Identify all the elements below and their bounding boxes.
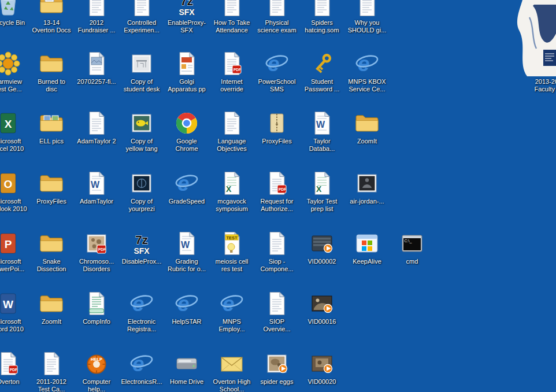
desktop-icon-taylor-databa[interactable]: WTaylorDataba...: [299, 110, 344, 153]
desktop-icon-20702257-fi[interactable]: 20702257-fi...: [74, 51, 119, 86]
icon-label: Chromoso...Disorders: [79, 258, 114, 273]
desktop-icon-2013-2014-faculty-s[interactable]: 2013-2014Faculty S...: [528, 51, 556, 93]
desktop-icon-request-for-authorize[interactable]: PDFRequest forAuthorize...: [254, 171, 299, 213]
desktop-icon-disableprox[interactable]: 7zSFXDisableProx...: [119, 231, 164, 265]
desktop-icon-taylor-test-prep-list[interactable]: XTaylor Testprep list: [299, 171, 344, 213]
doc-icon: [39, 351, 64, 376]
desktop-icon-home-drive[interactable]: Home Drive: [164, 351, 209, 386]
desktop-icon-farmview-test-ge[interactable]: FarmviewTest Ge...: [0, 51, 31, 93]
desktop-icon-copy-of-yellow-tang[interactable]: Copy ofyellow tang: [119, 110, 164, 153]
icon-label: LanguageObjectives: [217, 138, 246, 153]
desktop-icon-grading-rubric-for-o[interactable]: WGradingRubric for o...: [164, 231, 209, 273]
icon-label: Siop -Compone...: [261, 258, 294, 273]
desktop-icon-powerschool-sms[interactable]: ePowerSchoolSMS: [254, 51, 299, 93]
icon-label: VID00016: [308, 318, 336, 326]
desktop-icon-cmd[interactable]: C:\_cmd: [390, 231, 435, 265]
desktop-icon-spiders-hatcing-som[interactable]: Spidershatcing.som: [299, 0, 344, 34]
desktop-icon-overton-high-school[interactable]: Overton HighSchool...: [209, 351, 254, 392]
icon-label: ControlledExperimen...: [124, 19, 160, 34]
video-photo-icon: [309, 291, 335, 316]
desktop: Recycle Bin13-14Overton Docs2012Fundrais…: [0, 0, 556, 392]
desktop-icon-copy-of-student-desk[interactable]: Copy ofstudent desk: [119, 51, 164, 93]
desktop-icon-microsoft-outlook-2010[interactable]: OMicrosoftOutlook 2010: [0, 171, 31, 213]
desktop-icon-mcgavock-symposium[interactable]: Xmcgavocksymposium: [209, 171, 254, 213]
img-sepia-pdf-icon: PDF: [84, 231, 109, 256]
desktop-icon-13-14-overton-docs[interactable]: 13-14Overton Docs: [29, 0, 74, 34]
icon-label: Overton: [0, 378, 20, 386]
script-icon: [84, 291, 109, 316]
desktop-icon-microsoft-excel-2010[interactable]: XMicrosoftExcel 2010: [0, 110, 31, 153]
desktop-icon-how-to-take-attendance[interactable]: How To TakeAttendance: [209, 0, 254, 34]
desktop-icon-student-password[interactable]: StudentPassword ...: [299, 51, 344, 93]
doc-icon: [129, 0, 154, 17]
video-icon: [309, 231, 335, 256]
desktop-icon-vid00002[interactable]: VID00002: [299, 231, 344, 265]
icon-label: Home Drive: [170, 378, 203, 386]
desktop-icon-overton[interactable]: PDFOverton: [0, 351, 31, 386]
desktop-icon-vid00016[interactable]: VID00016: [299, 291, 344, 326]
desktop-icon-electronic-registra[interactable]: eElectronicRegistra...: [119, 291, 164, 333]
desktop-icon-helpstar[interactable]: eHelpSTAR: [164, 291, 209, 326]
desktop-icon-2012-fundraiser[interactable]: 2012Fundraiser ...: [74, 0, 119, 34]
desktop-icon-enableproxy-sfx[interactable]: 7zSFXEnableProxy-SFX: [164, 0, 209, 34]
desktop-icon-internet-override[interactable]: PDFInternetoverride: [209, 51, 254, 93]
icon-label: ELL pics: [39, 138, 64, 145]
desktop-icon-physical-science-exam[interactable]: Physicalscience exam: [254, 0, 299, 34]
svg-text:PDF: PDF: [279, 187, 286, 191]
desktop-icon-google-chrome[interactable]: GoogleChrome: [164, 110, 209, 153]
desktop-icon-adamtaylor[interactable]: WAdamTaylor: [74, 171, 119, 205]
doc-ppt-icon: [174, 51, 199, 76]
desktop-icon-mnps-employ[interactable]: eMNPSEmploy...: [209, 291, 254, 333]
desktop-icon-gradespeed[interactable]: eGradeSpeed: [164, 171, 209, 205]
svg-text:PDF: PDF: [233, 68, 241, 72]
desktop-icon-snake-dissection[interactable]: SnakeDissection: [29, 231, 74, 273]
icon-label: SnakeDissection: [37, 258, 66, 273]
desktop-icon-microsoft-word-2010[interactable]: WMicrosoftWord 2010: [0, 291, 31, 333]
desktop-icon-electronicsr[interactable]: eElectronicsR...: [119, 351, 164, 386]
folder-icon: [354, 110, 380, 136]
icon-label: mcgavocksymposium: [216, 198, 248, 213]
desktop-icon-spider-eggs[interactable]: spider eggs: [254, 351, 299, 386]
desktop-icon-chromoso-disorders[interactable]: PDFChromoso...Disorders: [74, 231, 119, 273]
desktop-icon-keepalive[interactable]: KeepAlive: [344, 231, 390, 265]
desktop-icon-siop-overvie[interactable]: SIOPOvervie...: [254, 291, 299, 333]
desktop-icon-mnps-kbox-service-ce[interactable]: eMNPS KBOXService Ce...: [344, 51, 390, 93]
desktop-icon-language-objectives[interactable]: LanguageObjectives: [209, 110, 254, 153]
svg-text:SFX: SFX: [179, 8, 195, 17]
desktop-icon-adamtaylor-2[interactable]: AdamTaylor 2: [74, 110, 119, 145]
icon-label: Request forAuthorize...: [261, 198, 294, 213]
desktop-icon-2011-2012-test-ca[interactable]: 2011-2012Test Ca...: [29, 351, 74, 392]
desktop-icon-why-you-should-gi[interactable]: Why youSHOULD gi...: [344, 0, 390, 34]
doc-icon: [354, 0, 380, 17]
desktop-icon-siop-compone[interactable]: Siop -Compone...: [254, 231, 299, 273]
desktop-icon-meiosis-cell-res-test[interactable]: TESTmeiosis cellres test: [209, 231, 254, 273]
desktop-icon-controlled-experimen[interactable]: ControlledExperimen...: [119, 0, 164, 34]
desktop-icon-zoomit[interactable]: ZoomIt: [29, 291, 74, 326]
icon-label: air-jordan-...: [350, 198, 384, 205]
desktop-icon-recycle-bin[interactable]: Recycle Bin: [0, 0, 31, 27]
desktop-icon-vid00020[interactable]: VID00020: [299, 351, 344, 386]
img-dark-icon: [354, 171, 380, 196]
img-spider-icon: [264, 351, 290, 376]
desktop-icon-proxyfiles[interactable]: ProxyFiles: [254, 110, 299, 145]
folder-icon: [39, 51, 64, 76]
icon-label: Physicalscience exam: [257, 19, 296, 34]
svg-text:O: O: [4, 178, 13, 190]
desktop-icon-copy-of-yourprezi[interactable]: Copy ofyourprezi: [119, 171, 164, 213]
desktop-icon-burned-to-disc[interactable]: Burned todisc: [29, 51, 74, 93]
chrome-icon: [174, 110, 199, 136]
icon-label: 13-14Overton Docs: [32, 19, 71, 34]
desktop-icon-computer-help[interactable]: HELPComputerhelp...: [74, 351, 119, 392]
desktop-icon-golgi-apparatus-pp[interactable]: GolgiApparatus pp: [164, 51, 209, 93]
app-excel-icon: X: [0, 110, 21, 136]
desktop-icon-air-jordan[interactable]: air-jordan-...: [344, 171, 390, 205]
desktop-icon-compinfo[interactable]: CompInfo: [74, 291, 119, 326]
desktop-icon-zoomit[interactable]: ZoomIt: [344, 110, 390, 145]
ie-icon: e: [354, 51, 380, 76]
icon-label: cmd: [406, 258, 418, 265]
desktop-icon-proxyfiles[interactable]: ProxyFiles: [29, 171, 74, 205]
icon-label: Recycle Bin: [0, 19, 25, 27]
icon-label: PowerSchoolSMS: [258, 78, 296, 93]
desktop-icon-microsoft-powerpoi[interactable]: PMicrosoftPowerPoi...: [0, 231, 31, 273]
desktop-icon-ell-pics[interactable]: ELL pics: [29, 110, 74, 145]
